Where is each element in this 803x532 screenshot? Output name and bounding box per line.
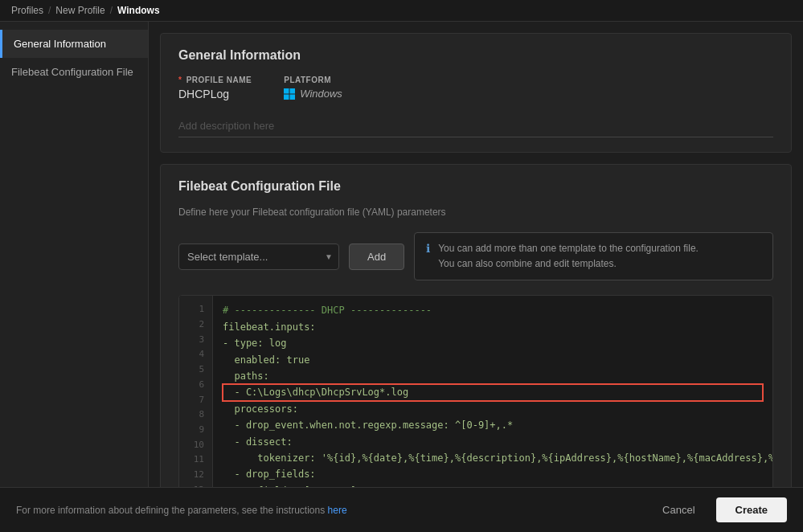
sidebar-item-general-information[interactable]: General Information: [0, 30, 148, 58]
svg-rect-3: [290, 94, 296, 100]
sidebar: General Information Filebeat Configurati…: [0, 22, 149, 487]
bottom-actions: Cancel Create: [651, 497, 787, 522]
info-box: ℹ You can add more than one template to …: [414, 232, 773, 280]
breadcrumb-sep1: /: [48, 5, 51, 16]
profile-name-group: * PROFILE NAME DHCPLog: [178, 76, 252, 100]
general-information-section: General Information * PROFILE NAME DHCPL…: [160, 33, 792, 153]
breadcrumb-profiles[interactable]: Profiles: [11, 5, 43, 16]
breadcrumb-current: Windows: [117, 5, 160, 16]
platform-group: PLATFORM Windows: [284, 76, 342, 100]
platform-label: PLATFORM: [284, 76, 342, 84]
svg-rect-0: [284, 88, 289, 94]
breadcrumb-sep2: /: [110, 5, 113, 16]
description-input[interactable]: [178, 115, 773, 137]
cancel-button[interactable]: Cancel: [651, 497, 706, 522]
breadcrumb: Profiles / New Profile / Windows: [0, 0, 803, 22]
template-row: Select template... ▼ Add ℹ You can add m…: [178, 232, 773, 280]
profile-name-label: * PROFILE NAME: [178, 76, 252, 84]
code-lines[interactable]: # -------------- DHCP --------------file…: [213, 296, 772, 487]
field-row-profile: * PROFILE NAME DHCPLog PLATFORM: [178, 76, 773, 100]
svg-rect-1: [290, 88, 296, 94]
svg-rect-2: [284, 94, 289, 100]
bottom-info: For more information about defining the …: [16, 505, 347, 516]
add-button[interactable]: Add: [349, 243, 404, 270]
code-body: 12345678910111213141516171819 # --------…: [179, 296, 772, 487]
platform-value: Windows: [284, 88, 342, 100]
content-area: General Information * PROFILE NAME DHCPL…: [149, 22, 803, 487]
bottom-bar: For more information about defining the …: [0, 487, 803, 532]
sidebar-item-filebeat-configuration[interactable]: Filebeat Configuration File: [0, 58, 148, 86]
windows-icon: [284, 88, 295, 100]
filebeat-subtitle: Define here your Filebeat configuration …: [178, 207, 773, 218]
template-select[interactable]: Select template...: [178, 243, 339, 270]
general-information-title: General Information: [178, 48, 773, 63]
filebeat-section: Filebeat Configuration File Define here …: [160, 164, 792, 487]
create-button[interactable]: Create: [716, 497, 787, 522]
info-text: You can add more than one template to th…: [438, 241, 699, 272]
info-icon: ℹ: [426, 242, 430, 255]
filebeat-title: Filebeat Configuration File: [178, 179, 773, 194]
required-star: *: [178, 76, 182, 84]
line-numbers: 12345678910111213141516171819: [179, 296, 213, 487]
breadcrumb-new-profile[interactable]: New Profile: [55, 5, 104, 16]
template-select-wrapper: Select template... ▼: [178, 243, 339, 270]
instructions-link[interactable]: here: [328, 505, 347, 516]
code-editor: 12345678910111213141516171819 # --------…: [178, 295, 773, 487]
profile-name-value: DHCPLog: [178, 88, 252, 100]
